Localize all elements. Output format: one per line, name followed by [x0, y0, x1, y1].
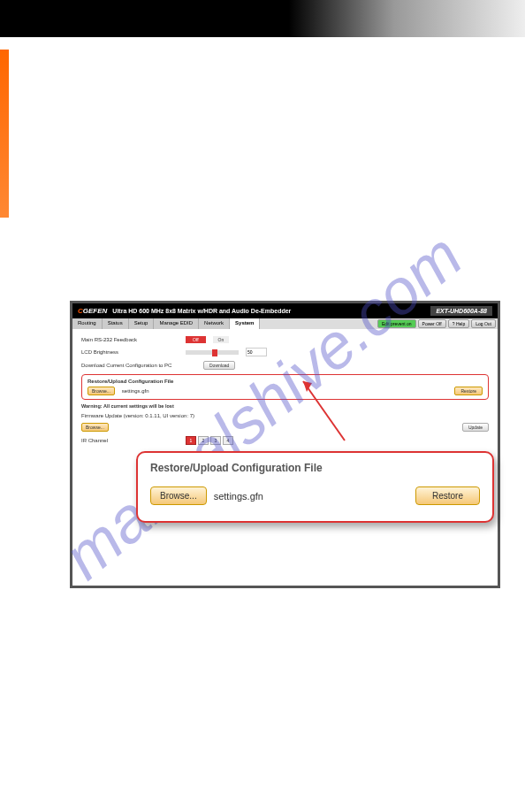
ir-channel-3[interactable]: 3: [210, 436, 221, 445]
mini-filename: settings.gfn: [122, 388, 149, 394]
rs232-off-toggle[interactable]: Off: [186, 336, 206, 343]
side-orange-bar: [0, 50, 9, 218]
lcd-brightness-input[interactable]: [246, 348, 267, 356]
power-off-button[interactable]: Power Off: [418, 319, 446, 328]
model-number: EXT-UHD600A-88: [430, 306, 492, 316]
browse-button[interactable]: Browse...: [150, 486, 207, 505]
rs232-label: Main RS-232 Feedback: [81, 337, 179, 342]
ir-channel-4[interactable]: 4: [223, 436, 233, 445]
slider-thumb[interactable]: [212, 349, 217, 356]
tab-network[interactable]: Network: [199, 318, 230, 329]
firmware-label: Firmware Update (version: 0.1.11, UI ver…: [81, 413, 214, 418]
logout-button[interactable]: Log Out: [471, 319, 496, 328]
top-gradient-bar: [0, 0, 525, 37]
lcd-brightness-slider[interactable]: [186, 350, 239, 355]
restore-section-title: Restore/Upload Configuration File: [88, 379, 483, 384]
callout-title: Restore/Upload Configuration File: [150, 462, 480, 474]
download-button[interactable]: Download: [203, 361, 235, 370]
ir-channel-2[interactable]: 2: [198, 436, 209, 445]
mini-browse-button[interactable]: Browse...: [88, 387, 115, 395]
restore-button[interactable]: Restore: [415, 486, 480, 505]
warning-text: Warning: All current settings will be lo…: [81, 403, 489, 409]
ir-channel-1[interactable]: 1: [186, 436, 196, 445]
fw-browse-button[interactable]: Browse...: [81, 423, 109, 432]
rs232-on-toggle[interactable]: On: [213, 336, 230, 343]
tab-bar: Routing Status Setup Manage EDID Network…: [72, 318, 498, 329]
tab-manage-edid[interactable]: Manage EDID: [154, 318, 199, 329]
tab-system[interactable]: System: [230, 318, 260, 329]
mini-restore-button[interactable]: Restore: [454, 387, 483, 395]
product-title: Ultra HD 600 MHz 8x8 Matrix w/HDR and Au…: [112, 308, 291, 314]
main-panel: CGEFEN Ultra HD 600 MHz 8x8 Matrix w/HDR…: [70, 301, 500, 588]
update-button[interactable]: Update: [462, 423, 489, 432]
restore-callout: Restore/Upload Configuration File Browse…: [136, 451, 494, 523]
restore-highlight-box: Restore/Upload Configuration File Browse…: [81, 374, 489, 400]
tab-status[interactable]: Status: [103, 318, 129, 329]
tab-setup[interactable]: Setup: [129, 318, 155, 329]
settings-content: Main RS-232 Feedback Off On LCD Brightne…: [72, 329, 498, 456]
edit-prevent-button[interactable]: Edit prevent on: [377, 319, 416, 328]
ir-channel-label: IR Channel: [81, 438, 179, 443]
brand-logo: CGEFEN: [78, 307, 107, 315]
app-header: CGEFEN Ultra HD 600 MHz 8x8 Matrix w/HDR…: [72, 303, 498, 318]
tab-routing[interactable]: Routing: [72, 318, 103, 329]
download-config-label: Download Current Configuration to PC: [81, 363, 196, 368]
help-button[interactable]: ? Help: [448, 319, 469, 328]
selected-filename: settings.gfn: [214, 491, 263, 502]
lcd-brightness-label: LCD Brightness: [81, 349, 179, 355]
